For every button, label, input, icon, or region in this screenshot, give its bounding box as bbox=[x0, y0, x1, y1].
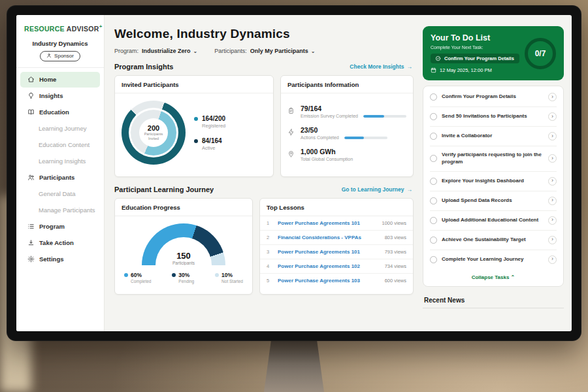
card-title: Top Lessons bbox=[260, 199, 413, 216]
chevron-right-icon[interactable]: › bbox=[548, 177, 557, 186]
legend-value: 60% bbox=[131, 272, 142, 278]
link-label: Check More Insights bbox=[350, 63, 404, 70]
check-circle-icon bbox=[435, 56, 441, 61]
legend-dot bbox=[172, 273, 176, 277]
next-task-pill[interactable]: Confirm Your Program Details bbox=[431, 54, 519, 63]
task-row[interactable]: Achieve One Sustainability Target › bbox=[430, 231, 557, 250]
chevron-right-icon[interactable]: › bbox=[548, 132, 557, 140]
lesson-link[interactable]: Financial Considerations - VPPAs bbox=[278, 235, 380, 240]
collapse-tasks-button[interactable]: Collapse Tasks ⌃ bbox=[430, 269, 557, 285]
lesson-row[interactable]: 2 Financial Considerations - VPPAs 803 v… bbox=[260, 231, 413, 245]
task-checkbox[interactable] bbox=[430, 133, 437, 140]
info-value: 23/50 bbox=[301, 126, 387, 134]
education-gauge-chart: 150 Participants bbox=[142, 223, 225, 265]
section-title: Program Insights bbox=[114, 63, 173, 71]
task-checkbox[interactable] bbox=[430, 217, 437, 224]
info-label: Total Global Consumption bbox=[301, 157, 353, 161]
check-more-insights-link[interactable]: Check More Insights → bbox=[350, 63, 412, 70]
task-row[interactable]: Invite a Collaborator › bbox=[430, 127, 557, 146]
task-checkbox[interactable] bbox=[430, 256, 437, 263]
sponsor-badge: Sponsor bbox=[40, 51, 80, 61]
info-row-emission-survey: 79/164 Emission Survey Completed bbox=[287, 101, 406, 122]
legend-item-not-started: 10% Not Started bbox=[215, 272, 243, 284]
sidebar-item-learning-journey[interactable]: Learning Journey bbox=[20, 121, 100, 137]
chevron-right-icon[interactable]: › bbox=[548, 112, 557, 121]
sidebar-item-settings[interactable]: Settings bbox=[20, 252, 100, 267]
sidebar-item-education-content[interactable]: Education Content bbox=[20, 137, 100, 153]
task-label: Confirm Your Program Details bbox=[442, 93, 544, 101]
sidebar-item-insights[interactable]: Insights bbox=[20, 88, 100, 104]
lesson-row[interactable]: 3 Power Purchase Agreements 101 793 view… bbox=[260, 245, 413, 259]
task-row[interactable]: Complete Your Learning Journey › bbox=[430, 250, 557, 269]
lesson-link[interactable]: Power Purchase Agreements 101 bbox=[278, 220, 376, 226]
sidebar-item-education[interactable]: Education bbox=[20, 105, 100, 120]
task-label: Verify participants requesting to join t… bbox=[442, 152, 544, 166]
chevron-right-icon[interactable]: › bbox=[548, 216, 557, 225]
task-label: Send 50 Invitations to Participants bbox=[442, 113, 544, 120]
calendar-icon bbox=[431, 67, 436, 73]
chevron-up-icon: ⌃ bbox=[511, 274, 515, 280]
logo-resource: RESOURCE bbox=[24, 25, 65, 33]
task-row[interactable]: Explore Your Insights Dashboard › bbox=[430, 172, 557, 191]
chevron-right-icon[interactable]: › bbox=[548, 236, 557, 244]
lesson-row[interactable]: 1 Power Purchase Agreements 101 1000 vie… bbox=[260, 216, 413, 231]
sidebar-item-manage-participants[interactable]: Manage Participants bbox=[20, 203, 100, 218]
home-icon bbox=[27, 76, 35, 84]
chevron-right-icon[interactable]: › bbox=[548, 255, 557, 264]
sidebar-item-take-action[interactable]: Take Action bbox=[20, 235, 100, 251]
lesson-link[interactable]: Power Purchase Agreements 101 bbox=[278, 249, 380, 255]
legend-item-pending: 30% Pending bbox=[172, 272, 194, 284]
chevron-right-icon[interactable]: › bbox=[548, 93, 557, 101]
task-row[interactable]: Send 50 Invitations to Participants › bbox=[430, 107, 557, 127]
participants-dropdown[interactable]: Only My Participants ⌄ bbox=[250, 48, 316, 54]
progress-bar-fill bbox=[344, 137, 364, 139]
go-to-learning-journey-link[interactable]: Go to Learning Journey → bbox=[342, 186, 412, 193]
sidebar-item-label: Learning Journey bbox=[39, 125, 86, 132]
task-row[interactable]: Verify participants requesting to join t… bbox=[430, 146, 557, 172]
insights-cards-row: Invited Participants 200 Participants In… bbox=[114, 75, 414, 177]
sidebar-item-general-data[interactable]: General Data bbox=[20, 186, 100, 202]
task-checkbox[interactable] bbox=[430, 237, 437, 244]
todo-panel: Your To Do List Complete Your Next Task:… bbox=[420, 15, 572, 331]
lesson-row[interactable]: 4 Power Purchase Agreements 102 734 view… bbox=[260, 259, 413, 274]
task-list-card: Confirm Your Program Details › Send 50 I… bbox=[423, 86, 564, 287]
task-row[interactable]: Upload Additional Educational Content › bbox=[430, 211, 557, 231]
sidebar-item-participants[interactable]: Participants bbox=[20, 170, 100, 186]
gauge-center-value: 150 bbox=[142, 251, 225, 261]
lesson-views: 734 views bbox=[385, 263, 406, 269]
todo-header-card: Your To Do List Complete Your Next Task:… bbox=[423, 26, 564, 80]
donut-legend: 164/200 Registered 84/164 Active bbox=[194, 115, 225, 151]
task-checkbox[interactable] bbox=[430, 113, 437, 120]
task-label: Invite a Collaborator bbox=[442, 133, 544, 140]
todo-title: Your To Do List bbox=[431, 33, 519, 42]
sidebar-item-program[interactable]: Program bbox=[20, 219, 100, 235]
task-checkbox[interactable] bbox=[430, 155, 437, 162]
donut-center: 200 Participants Invited bbox=[139, 118, 168, 147]
legend-dot bbox=[215, 273, 219, 277]
lesson-link[interactable]: Power Purchase Agreements 103 bbox=[278, 278, 380, 284]
map-pin-icon bbox=[287, 148, 295, 160]
task-checkbox[interactable] bbox=[430, 93, 437, 101]
monitor-stand bbox=[264, 340, 324, 392]
task-row[interactable]: Confirm Your Program Details › bbox=[430, 88, 557, 107]
top-lessons-card: Top Lessons 1 Power Purchase Agreements … bbox=[259, 198, 414, 295]
link-label: Go to Learning Journey bbox=[342, 186, 404, 193]
page-title: Welcome, Industry Dynamics bbox=[114, 27, 414, 41]
lesson-link[interactable]: Power Purchase Agreements 102 bbox=[278, 263, 380, 269]
chevron-right-icon[interactable]: › bbox=[548, 154, 557, 163]
sidebar-item-label: Manage Participants bbox=[39, 206, 95, 214]
arrow-right-icon: → bbox=[407, 63, 413, 70]
sidebar-item-label: Education Content bbox=[39, 141, 90, 148]
program-dropdown[interactable]: Industrialize Zero ⌄ bbox=[142, 48, 197, 54]
lesson-row[interactable]: 5 Power Purchase Agreements 103 600 view… bbox=[260, 274, 413, 287]
task-checkbox[interactable] bbox=[430, 197, 437, 204]
sidebar-item-learning-insights[interactable]: Learning Insights bbox=[20, 154, 100, 169]
sidebar-item-home[interactable]: Home bbox=[20, 72, 100, 88]
app-logo: RESOURCE ADVISOR+ bbox=[16, 15, 104, 34]
app-window: RESOURCE ADVISOR+ Industry Dynamics Spon… bbox=[16, 15, 572, 331]
task-checkbox[interactable] bbox=[430, 178, 437, 185]
lesson-rank: 2 bbox=[267, 235, 272, 240]
chevron-right-icon[interactable]: › bbox=[548, 197, 557, 205]
donut-center-label: Invited bbox=[148, 137, 159, 141]
task-row[interactable]: Upload Spend Data Records › bbox=[430, 191, 557, 211]
